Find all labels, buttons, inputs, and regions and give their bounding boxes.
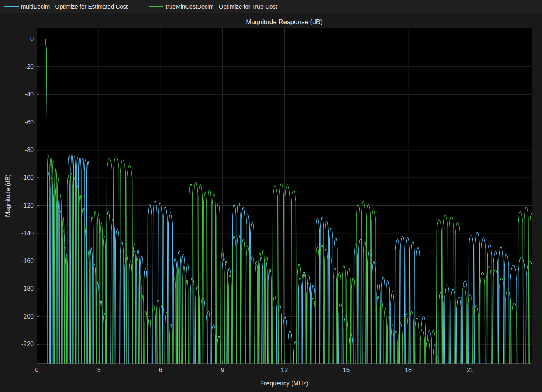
legend-label: multiDecim - Optimize for Estimated Cost xyxy=(21,4,128,9)
legend-line-swatch-green xyxy=(149,6,163,7)
legend-item-multidecim[interactable]: multiDecim - Optimize for Estimated Cost xyxy=(4,4,128,9)
x-tick-label: 21 xyxy=(467,367,474,373)
x-tick-label: 3 xyxy=(97,367,101,373)
y-tick-label: -80 xyxy=(25,147,34,153)
legend-label: trueMinCostDecim - Optimize for True Cos… xyxy=(166,4,277,9)
legend-line-swatch-cyan xyxy=(4,6,19,7)
plot-area: 0369121518210-20-40-60-80-100-120-140-16… xyxy=(0,13,542,392)
y-tick-label: -180 xyxy=(21,285,34,292)
x-tick-label: 12 xyxy=(281,367,288,373)
y-tick-label: 0 xyxy=(30,36,34,42)
x-tick-label: 9 xyxy=(221,367,224,373)
figure-window: multiDecim - Optimize for Estimated Cost… xyxy=(0,0,542,392)
y-tick-label: -40 xyxy=(25,91,34,98)
x-tick-label: 15 xyxy=(343,367,350,373)
y-tick-label: -60 xyxy=(25,119,34,126)
plot-canvas[interactable]: 0369121518210-20-40-60-80-100-120-140-16… xyxy=(0,13,542,392)
y-tick-label: -140 xyxy=(21,230,34,236)
y-tick-label: -20 xyxy=(25,63,34,70)
x-tick-label: 18 xyxy=(405,367,412,373)
x-tick-label: 6 xyxy=(159,367,163,373)
y-tick-label: -100 xyxy=(21,174,34,181)
legend-bar: multiDecim - Optimize for Estimated Cost… xyxy=(0,0,542,13)
y-tick-label: -200 xyxy=(21,313,34,320)
chart-title: Magnitude Response (dB) xyxy=(246,18,323,26)
y-tick-label: -160 xyxy=(21,257,34,264)
legend-item-truemincostdecim[interactable]: trueMinCostDecim - Optimize for True Cos… xyxy=(149,4,277,9)
x-tick-label: 0 xyxy=(35,367,39,373)
y-tick-label: -220 xyxy=(21,341,34,347)
y-tick-label: -120 xyxy=(21,202,34,209)
x-axis-label: Frequency (MHz) xyxy=(260,380,308,387)
y-axis-label: Magnitude (dB) xyxy=(5,174,11,217)
